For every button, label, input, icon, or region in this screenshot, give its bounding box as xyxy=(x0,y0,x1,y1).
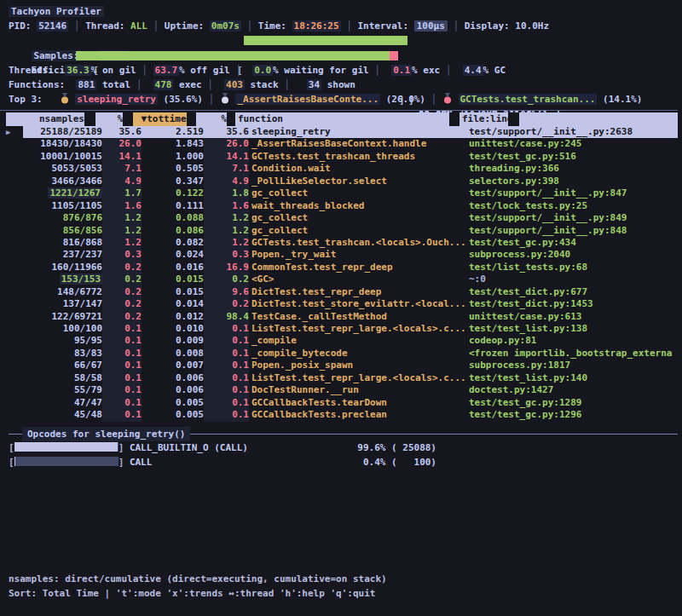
row-arrow-slot xyxy=(0,335,23,347)
cell-cumpercent: 1.2 xyxy=(204,237,249,249)
cell-tottime: 0.010 xyxy=(142,323,204,335)
info-value: 18:26:25 xyxy=(292,20,341,32)
cell-function: CommonTest.test_repr_deep xyxy=(251,262,466,273)
table-row[interactable]: 160/119660.20.01616.9CommonTest.test_rep… xyxy=(0,262,678,273)
cell-tottime: 0.005 xyxy=(142,397,204,409)
separator: │ xyxy=(147,20,165,32)
table-row[interactable]: 1221/12671.70.1221.8gc_collecttest/suppo… xyxy=(0,187,678,199)
threads-label: Threads: xyxy=(9,65,54,76)
opcode-bar-open-bracket: [ xyxy=(9,457,14,468)
cell-nsamples: 1221/1267 xyxy=(23,187,102,199)
threads-line: Threads: 36.3% on gil │ 63.7% off gil │ … xyxy=(9,63,678,78)
header-gap xyxy=(449,112,459,126)
table-row[interactable]: 100/1000.10.0100.1ListTest.test_repr_lar… xyxy=(0,323,678,335)
cell-nsamples: 95/95 xyxy=(23,335,102,347)
info-label: Time: xyxy=(258,20,292,32)
top3-line: Top 3: sleeping_retry (35.6%) │ _AssertR… xyxy=(9,92,678,107)
cell-fileline: <frozen importlib._bootstrap_externa xyxy=(466,348,678,360)
changed-value-highlight: 153/153 xyxy=(60,273,102,285)
column-header-function[interactable]: function xyxy=(235,112,449,126)
table-row[interactable]: 856/8561.20.0861.2gc_collecttest/support… xyxy=(0,225,678,237)
table-row[interactable]: 816/8681.20.0821.2GCTests.test_trashcan.… xyxy=(0,237,678,249)
profile-table: nsamples%▼tottime%functionfile:line ▶251… xyxy=(0,112,678,422)
cell-percent: 0.2 xyxy=(102,273,142,285)
table-row[interactable]: 3466/34664.90.3474.9_PollLikeSelector.se… xyxy=(0,176,678,187)
separator: │ xyxy=(341,20,358,32)
cell-function: _PollLikeSelector.select xyxy=(251,176,466,187)
cell-fileline: test/test_gc.py:516 xyxy=(466,151,678,163)
cell-function: DocTestRunner.__run xyxy=(251,384,466,396)
table-row[interactable]: 45/480.10.0050.1GCCallbackTests.preclean… xyxy=(0,409,678,421)
cell-function: GCCallbackTests.tearDown xyxy=(251,397,466,409)
table-row[interactable]: 1105/11051.60.1111.6wait_threads_blocked… xyxy=(0,200,678,212)
table-row[interactable]: 95/950.10.0090.1_compilecodeop.py:81 xyxy=(0,335,678,347)
cell-function: GCTests.test_trashcan_threads xyxy=(251,151,466,163)
footer-legend: nsamples: direct/cumulative (direct=exec… xyxy=(9,572,387,586)
separator: │ xyxy=(136,65,153,76)
functions-label: Functions: xyxy=(9,79,65,90)
column-header-nsamples[interactable]: nsamples xyxy=(6,112,84,126)
table-row[interactable]: 137/1470.20.0140.2DictTest.test_store_ev… xyxy=(0,298,678,310)
cell-percent: 0.2 xyxy=(102,286,142,298)
cell-tottime: 0.088 xyxy=(142,212,204,224)
table-row[interactable]: 55/790.10.0060.1DocTestRunner.__rundocte… xyxy=(0,384,678,396)
table-row[interactable]: 148/67720.20.0159.6DictTest.test_repr_de… xyxy=(0,286,678,298)
table-row[interactable]: ▶25188/2518935.62.51935.6sleeping_retryt… xyxy=(0,126,678,138)
cell-percent: 0.1 xyxy=(102,372,142,384)
column-header-[interactable]: % xyxy=(196,112,227,126)
info-label: PID: xyxy=(9,20,37,32)
top3-label: Top 3: xyxy=(9,94,60,105)
cell-percent: 0.2 xyxy=(102,262,142,273)
samples-bar xyxy=(244,36,407,45)
top3-function[interactable]: _AssertRaisesBaseConte... xyxy=(235,94,380,105)
footer: nsamples: direct/cumulative (direct=exec… xyxy=(9,572,387,601)
info-value: 10.0Hz xyxy=(515,20,549,32)
top3-function[interactable]: sleeping_retry xyxy=(75,94,158,105)
column-header-[interactable]: % xyxy=(95,112,124,126)
cell-cumpercent: 1.2 xyxy=(204,212,249,224)
row-arrow-slot xyxy=(0,273,23,285)
opcode-row: [] CALL 0.4% ( 100) xyxy=(9,456,678,470)
table-row[interactable]: 237/2370.30.0240.3Popen._try_waitsubproc… xyxy=(0,249,678,261)
table-row[interactable]: 18430/1843026.01.84326.0_AssertRaisesBas… xyxy=(0,138,678,150)
cell-cumpercent: 0.1 xyxy=(204,409,249,421)
table-row[interactable]: 58/580.10.0060.1ListTest.test_repr_large… xyxy=(0,372,678,384)
cell-nsamples: 83/83 xyxy=(23,348,102,360)
cell-nsamples: 25188/25189 xyxy=(23,126,102,138)
cell-nsamples: 148/6772 xyxy=(23,286,102,298)
column-header-tottime[interactable]: ▼tottime xyxy=(133,112,186,126)
cell-cumpercent: 14.1 xyxy=(204,151,249,163)
row-arrow-slot xyxy=(0,138,23,150)
separator: │ xyxy=(130,79,147,90)
table-row[interactable]: 122/697210.20.01298.4TestCase._callTestM… xyxy=(0,311,678,323)
cell-function: <GC> xyxy=(251,273,466,285)
table-row[interactable]: 5053/50537.10.5057.1Condition.waitthread… xyxy=(0,163,678,175)
cell-nsamples: 876/876 xyxy=(23,212,102,224)
column-header-fileline[interactable]: file:line xyxy=(459,112,508,126)
pad xyxy=(457,65,463,76)
cell-fileline: test/lock_tests.py:25 xyxy=(466,200,678,212)
cell-nsamples: 66/67 xyxy=(23,360,102,371)
cell-fileline: unittest/case.py:613 xyxy=(466,311,678,323)
table-row[interactable]: 10001/1001514.11.00014.1GCTests.test_tra… xyxy=(0,151,678,163)
cell-tottime: 2.519 xyxy=(142,126,204,138)
cell-function: Condition.wait xyxy=(251,163,466,175)
silver-medal-icon xyxy=(221,93,229,104)
table-row[interactable]: 66/670.10.0070.1Popen._posix_spawnsubpro… xyxy=(0,360,678,371)
table-body: ▶25188/2518935.62.51935.6sleeping_retryt… xyxy=(0,126,678,422)
cell-fileline: unittest/case.py:245 xyxy=(466,138,678,150)
cell-fileline: test/support/__init__.py:2638 xyxy=(466,126,678,138)
cell-percent: 0.1 xyxy=(102,384,142,396)
header-gap xyxy=(187,112,197,126)
cell-nsamples: 153/153 xyxy=(23,273,102,285)
table-row[interactable]: 83/830.10.0080.1_compile_bytecode<frozen… xyxy=(0,348,678,360)
cell-cumpercent: 0.1 xyxy=(204,372,249,384)
table-row[interactable]: 876/8761.20.0881.2gc_collecttest/support… xyxy=(0,212,678,224)
top3-function[interactable]: GCTests.test_trashcan... xyxy=(459,94,598,105)
threads-suffix: % exc xyxy=(412,65,440,76)
table-row[interactable]: 153/1530.20.0150.2<GC>~:0 xyxy=(0,273,678,285)
cell-function: _AssertRaisesBaseContext.handle xyxy=(251,138,466,150)
cell-function: Popen._posix_spawn xyxy=(251,360,466,371)
cell-cumpercent: 98.4 xyxy=(204,311,249,323)
table-row[interactable]: 47/470.10.0050.1GCCallbackTests.tearDown… xyxy=(0,397,678,409)
